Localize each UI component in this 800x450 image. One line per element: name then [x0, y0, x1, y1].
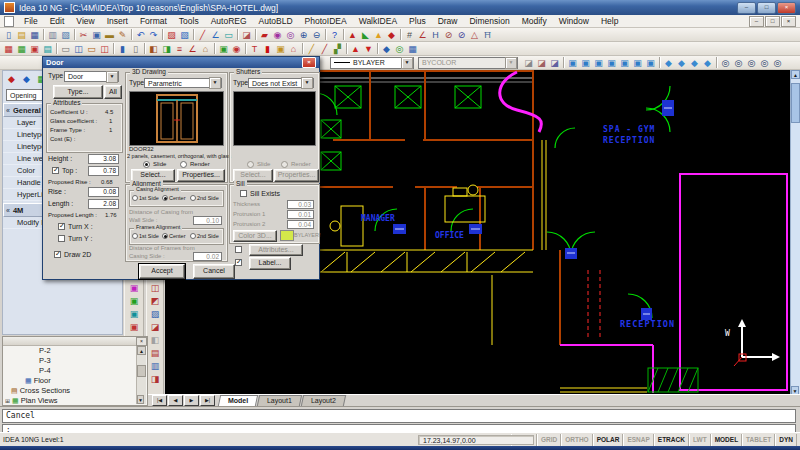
zoom-window-icon[interactable]: ◉ [271, 29, 284, 41]
length-field[interactable]: 2.08 [88, 199, 119, 209]
warning-icon[interactable]: ▲ [372, 29, 385, 41]
label-checkbox[interactable] [235, 259, 242, 266]
view-cube-2-icon[interactable]: ▣ [579, 57, 592, 69]
erase-a-icon[interactable]: ◪ [522, 57, 535, 69]
render-icon[interactable]: ◉ [230, 43, 243, 55]
frames-1st-side-radio[interactable] [132, 233, 138, 239]
drawing-3d-type-combo[interactable]: Parametric▼ [144, 78, 222, 88]
tab-nav-2[interactable]: ▶ [184, 395, 199, 406]
cut-icon[interactable]: ✂ [77, 29, 90, 41]
copy-icon[interactable]: ▣ [90, 29, 103, 41]
vtool-6-icon[interactable]: ▤ [149, 347, 162, 360]
column-icon[interactable]: ▮ [116, 43, 129, 55]
triangle-down-icon[interactable]: ▼ [362, 43, 375, 55]
undo-icon[interactable]: ↶ [134, 29, 147, 41]
tree-panel-titlebar[interactable]: × [3, 337, 147, 346]
door-double-icon[interactable]: ◨ [160, 43, 173, 55]
status-toggle-lwt[interactable]: LWT [689, 434, 711, 446]
wall-icon[interactable]: ▭ [59, 43, 72, 55]
close-button[interactable]: × [777, 2, 796, 14]
format-painter-icon[interactable]: ✎ [116, 29, 129, 41]
vertical-scrollbar[interactable]: ▲ ▼ [790, 70, 800, 395]
vtool-8-icon[interactable]: ◨ [149, 373, 162, 386]
scroll-down-icon[interactable]: ▼ [137, 395, 144, 404]
command-history[interactable]: Cancel [2, 409, 796, 423]
erase-c-icon[interactable]: ◪ [548, 57, 561, 69]
layout-table-icon[interactable]: ▤ [41, 43, 54, 55]
menu-tools[interactable]: Tools [173, 16, 205, 26]
draw-2d-checkbox[interactable] [54, 251, 61, 258]
tree-item-p-4[interactable]: P-4 [3, 366, 147, 376]
opening-icon[interactable]: ▭ [85, 43, 98, 55]
wall-double-icon[interactable]: ◫ [72, 43, 85, 55]
vtool-2-icon[interactable]: ◩ [149, 295, 162, 308]
iso-view-4-icon[interactable]: ◆ [701, 57, 714, 69]
menu-file[interactable]: File [18, 16, 44, 26]
osnap-angle-icon[interactable]: ∠ [416, 29, 429, 41]
osnap-grid-icon[interactable]: # [403, 29, 416, 41]
all-button[interactable]: All [104, 85, 122, 99]
clipboard-icon[interactable]: ▣ [274, 43, 287, 55]
paste-icon[interactable]: ▬ [103, 29, 116, 41]
strip-teal-icon[interactable]: ▣ [128, 308, 141, 321]
layer-combo[interactable]: BYLAYER▼ [330, 57, 414, 69]
osnap-tri-icon[interactable]: △ [468, 29, 481, 41]
mdi-minimize-button[interactable]: – [749, 16, 764, 27]
coordinates-display[interactable]: 17.23,14.97,0.00 [418, 435, 534, 445]
marker-icon[interactable]: ◆ [385, 29, 398, 41]
mdi-restore-button[interactable]: □ [765, 16, 780, 27]
text-tool-icon[interactable]: T [248, 43, 261, 55]
print-icon[interactable]: ▥ [46, 29, 59, 41]
view-cube-6-icon[interactable]: ▣ [631, 57, 644, 69]
scrollbar-thumb[interactable] [791, 83, 800, 123]
minimize-button[interactable]: – [737, 2, 756, 14]
menu-autobld[interactable]: AutoBLD [253, 16, 299, 26]
status-toggle-tablet[interactable]: TABLET [742, 434, 775, 446]
mdi-close-button[interactable]: × [781, 16, 796, 27]
rise-field[interactable]: 0.08 [88, 187, 119, 197]
layer-manager-icon[interactable]: ▧ [178, 29, 191, 41]
slide-radio[interactable] [143, 161, 150, 168]
wall-grid-green-icon[interactable]: ▦ [15, 43, 28, 55]
chevron-down-icon[interactable]: ▼ [209, 77, 221, 89]
render-radio[interactable] [180, 161, 187, 168]
hatch-tool-icon[interactable]: ▞ [331, 43, 344, 55]
status-toggle-model[interactable]: MODEL [711, 434, 742, 446]
vtool-7-icon[interactable]: ▥ [149, 360, 162, 373]
iso-view-3-icon[interactable]: ◆ [688, 57, 701, 69]
shutters-type-combo[interactable]: Does not Exist▼ [248, 78, 314, 88]
pen-yellow-icon[interactable]: ╱ [305, 43, 318, 55]
chevron-down-icon[interactable]: ▼ [401, 57, 413, 69]
status-toggle-ortho[interactable]: ORTHO [561, 434, 592, 446]
save-icon[interactable]: ▦ [28, 29, 41, 41]
zoom-out-icon[interactable]: ⊖ [310, 29, 323, 41]
casing-1st-side-radio[interactable] [132, 195, 138, 201]
vtool-5-icon[interactable]: ◧ [149, 334, 162, 347]
menu-help[interactable]: Help [595, 16, 624, 26]
match-properties-icon[interactable]: ▨ [165, 29, 178, 41]
sill-exists-checkbox[interactable] [240, 190, 247, 197]
menu-edit[interactable]: Edit [44, 16, 71, 26]
menu-format[interactable]: Format [134, 16, 173, 26]
osnap-off-icon[interactable]: ⊘ [455, 29, 468, 41]
zoom-2-icon[interactable]: ◎ [732, 57, 745, 69]
label-button[interactable]: Label... [249, 257, 291, 270]
vtool-1-icon[interactable]: ◫ [149, 282, 162, 295]
new-icon[interactable]: ▯ [2, 29, 15, 41]
tree-item-floor[interactable]: ▦Floor [3, 376, 147, 386]
menu-draw[interactable]: Draw [432, 16, 464, 26]
tab-nav-0[interactable]: |◀ [152, 395, 167, 406]
casing-2nd-side-radio[interactable] [190, 195, 196, 201]
tree-item-plan-views[interactable]: ⊞▦Plan Views [3, 396, 147, 406]
tree-item-p-2[interactable]: P-2 [3, 346, 147, 356]
zoom-5-icon[interactable]: ◎ [771, 57, 784, 69]
iso-view-2-icon[interactable]: ◆ [675, 57, 688, 69]
menu-modify[interactable]: Modify [516, 16, 553, 26]
view-cube-5-icon[interactable]: ▣ [618, 57, 631, 69]
height-field[interactable]: 3.08 [88, 154, 119, 164]
status-toggle-polar[interactable]: POLAR [593, 434, 624, 446]
close-icon[interactable]: × [136, 337, 147, 346]
view-cube-4-icon[interactable]: ▣ [605, 57, 618, 69]
palette-axes-icon[interactable]: ◆ [5, 73, 18, 85]
pen-red-icon[interactable]: ╱ [318, 43, 331, 55]
